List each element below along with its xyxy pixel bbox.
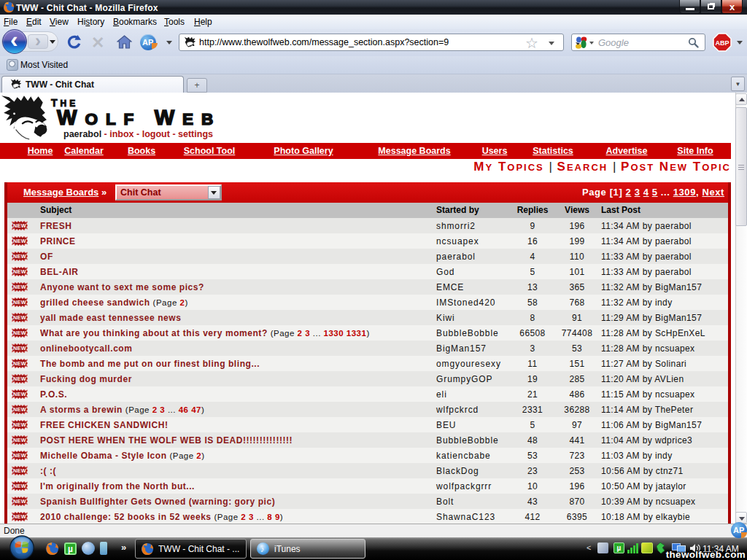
svg-text:ABP: ABP	[715, 39, 729, 47]
